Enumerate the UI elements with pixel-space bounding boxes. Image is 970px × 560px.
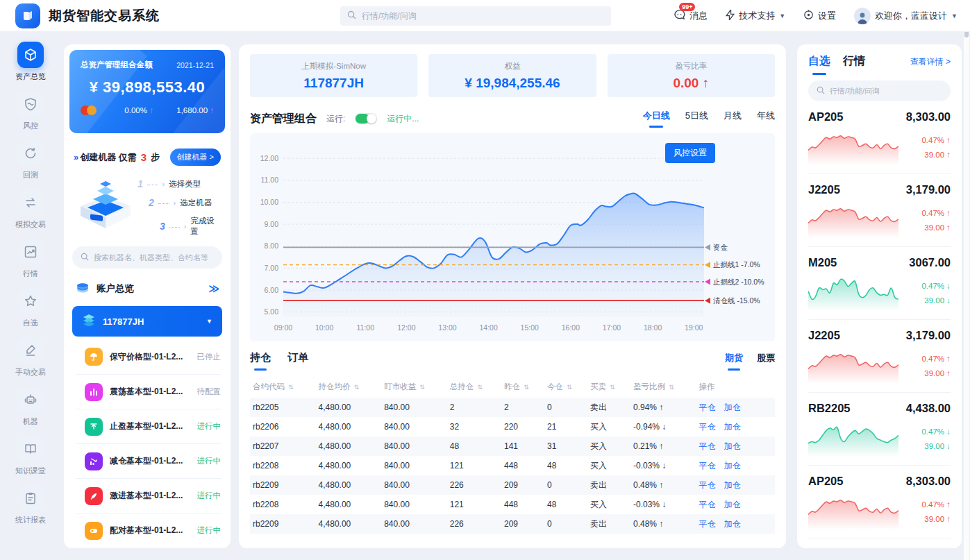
svg-text:12.00: 12.00 (260, 154, 278, 162)
chevron-down-icon: ▼ (951, 12, 958, 19)
market-tab-股票[interactable]: 股票 (757, 352, 775, 371)
robot-search-input[interactable] (94, 253, 214, 262)
add-position-link[interactable]: 加仓 (724, 441, 741, 451)
sidebar-item-自选[interactable]: 自选 (17, 288, 44, 328)
quote-item-RB2205[interactable]: RB2205 4,438.00 0.47% ↓ 39.00 ↓ (808, 393, 951, 466)
robot-list-item[interactable]: 配对基本型-01-L2... 进行中 (76, 513, 221, 548)
close-position-link[interactable]: 平仓 (699, 480, 716, 490)
sidebar-item-风控[interactable]: 风控 (17, 91, 44, 131)
quote-price: 4,438.00 (906, 402, 951, 415)
support-menu[interactable]: 技术支持 ▼ (726, 10, 785, 22)
col-header[interactable]: 今仓 ⇅ (544, 376, 587, 398)
pnl-ratio: -0.03% ↓ (630, 456, 696, 475)
svg-text:12:00: 12:00 (397, 323, 415, 332)
asset-pct: 0.00% ↑ (124, 106, 153, 114)
quote-name: J2205 (808, 329, 840, 342)
positions-tab-持仓[interactable]: 持仓 (250, 351, 271, 371)
col-header[interactable]: 昨仓 ⇅ (501, 376, 544, 398)
col-header[interactable]: 总持仓 ⇅ (447, 376, 501, 398)
sidebar-item-label: 知识课堂 (15, 466, 46, 476)
close-position-link[interactable]: 平仓 (699, 441, 716, 451)
create-robot-button[interactable]: 创建机器 > (170, 149, 221, 166)
watchlist-tab-自选[interactable]: 自选 (808, 54, 830, 75)
add-position-link[interactable]: 加仓 (724, 480, 741, 490)
robot-list-item[interactable]: 减仓基本型-01-L2... 进行中 (76, 443, 221, 478)
quote-item-AP205[interactable]: AP205 8,303.00 0.47% ↑ 39.00 ↑ (808, 101, 951, 174)
quote-item-J2205[interactable]: J2205 3,179.00 0.47% ↑ 39.00 ↑ (808, 320, 951, 393)
robot-list-item[interactable]: 保守价格型-01-L2... 已停止 (76, 339, 221, 374)
messages-button[interactable]: 99+ 消息 (674, 9, 708, 23)
sidebar-item-模拟交易[interactable]: 模拟交易 (15, 189, 46, 230)
robot-list-item[interactable]: 激进基本型-01-L2... 进行中 (76, 478, 221, 513)
add-position-link[interactable]: 加仓 (724, 422, 741, 432)
close-position-link[interactable]: 平仓 (699, 422, 716, 432)
welcome-label: 欢迎你，蓝蓝设计 (875, 10, 947, 22)
robot-search[interactable] (72, 246, 222, 269)
col-header[interactable]: 盈亏比例 ⇅ (630, 376, 696, 398)
contract-code: rb2207 (250, 436, 316, 456)
watchlist-search[interactable] (808, 80, 951, 101)
side-cell: 买入 (587, 495, 630, 514)
settings-button[interactable]: 设置 (803, 10, 836, 22)
sidebar-item-行情[interactable]: 行情 (17, 239, 44, 279)
add-position-link[interactable]: 加仓 (724, 519, 741, 529)
watchlist-search-input[interactable] (830, 87, 942, 95)
quote-list: AP205 8,303.00 0.47% ↑ 39.00 ↑ J2205 3,1… (808, 101, 951, 538)
user-menu[interactable]: 欢迎你，蓝蓝设计 ▼ (854, 8, 958, 24)
global-search-input[interactable] (362, 11, 604, 21)
svg-text:止损线2 -10.0%: 止损线2 -10.0% (713, 278, 764, 286)
run-toggle[interactable] (355, 113, 377, 124)
quote-pct: 0.47% ↓ (921, 427, 951, 436)
robot-list-item[interactable]: 震荡基本型-01-L2... 待配置 (76, 374, 221, 409)
market-tab-期货[interactable]: 期货 (725, 352, 743, 371)
account-overview-row[interactable]: 账户总览 ≫ (64, 271, 231, 305)
sort-icon: ⇅ (477, 384, 483, 391)
pnl-ratio: 0.21% ↑ (630, 436, 696, 456)
col-header[interactable]: 持仓均价 ⇅ (316, 376, 382, 398)
watchlist-tab-行情[interactable]: 行情 (843, 54, 865, 75)
col-header[interactable]: 盯市收益 ⇅ (381, 376, 447, 398)
sidebar-item-资产总览[interactable]: 资产总览 (15, 42, 46, 82)
period-tab-今日线[interactable]: 今日线 (643, 110, 670, 128)
period-tab-5日线[interactable]: 5日线 (685, 110, 708, 128)
sidebar-item-回测[interactable]: 回测 (17, 140, 44, 180)
add-position-link[interactable]: 加仓 (724, 461, 741, 470)
quote-price: 8,303.00 (906, 110, 951, 124)
close-position-link[interactable]: 平仓 (699, 402, 716, 412)
quote-item-M205[interactable]: M205 3067.00 0.47% ↓ 39.00 ↓ (808, 247, 951, 320)
global-search[interactable] (340, 6, 611, 26)
account-selector[interactable]: 117877JH ▼ (72, 306, 222, 337)
robot-status: 进行中 (197, 421, 221, 432)
sidebar-item-手动交易[interactable]: 手动交易 (15, 337, 46, 377)
page-scrollbar[interactable] (964, 0, 969, 560)
sidebar-item-机器[interactable]: 机器 (17, 387, 44, 427)
robot-list-item[interactable]: 止盈基本型-01-L2... 进行中 (76, 409, 221, 443)
sidebar-item-label: 机器 (23, 416, 38, 427)
down-arrow-icon: ↓ (662, 422, 666, 432)
close-position-link[interactable]: 平仓 (699, 519, 716, 529)
col-header[interactable]: 买卖 ⇅ (587, 376, 630, 398)
positions-tab-订单[interactable]: 订单 (287, 351, 308, 371)
chevron-down-icon: ▼ (779, 12, 785, 19)
add-position-link[interactable]: 加仓 (724, 402, 741, 412)
period-tab-月线[interactable]: 月线 (724, 110, 742, 128)
sort-icon: ⇅ (354, 384, 360, 391)
quote-item-AP205[interactable]: AP205 8,303.00 0.47% ↑ 39.00 ↑ (808, 466, 951, 538)
up-arrow-icon: ↑ (659, 402, 663, 412)
close-position-link[interactable]: 平仓 (699, 500, 716, 509)
avatar (854, 8, 871, 24)
quote-item-J2205[interactable]: J2205 3,179.00 0.47% ↑ 39.00 ↑ (808, 174, 951, 247)
sidebar-item-统计报表[interactable]: 统计报表 (15, 485, 46, 525)
up-arrow-icon: ↑ (703, 76, 710, 90)
col-header[interactable]: 合约代码 ⇅ (250, 376, 316, 398)
robot-status: 进行中 (197, 491, 221, 501)
sidebar-item-知识课堂[interactable]: 知识课堂 (15, 436, 46, 476)
sparkline-chart (808, 129, 898, 165)
period-tab-年线[interactable]: 年线 (757, 110, 775, 128)
add-position-link[interactable]: 加仓 (724, 500, 741, 509)
close-position-link[interactable]: 平仓 (699, 461, 716, 470)
left-nav-rail: 资产总览 风控 回测 模拟交易 行情 自选 手动交易 机器 知识课堂 统计报表 (0, 32, 61, 560)
pair-icon (85, 522, 103, 540)
view-details-link[interactable]: 查看详情 > (910, 56, 951, 75)
risk-settings-button[interactable]: 风控设置 (665, 143, 715, 163)
